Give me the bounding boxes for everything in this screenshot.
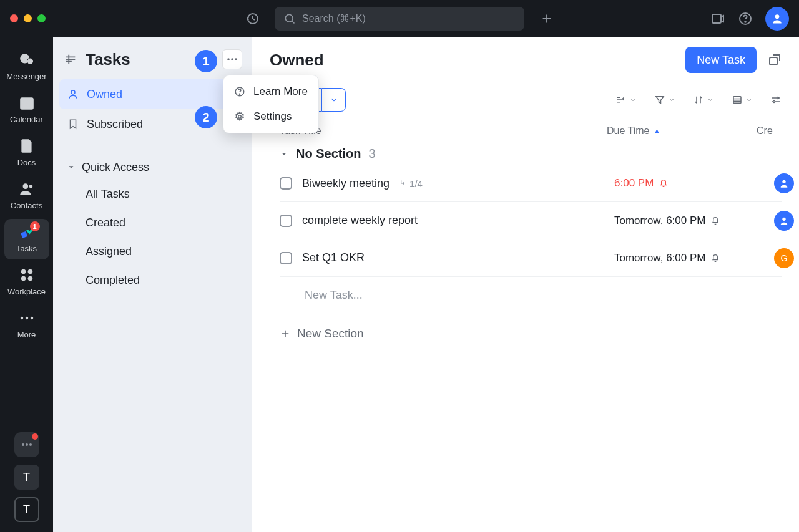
quick-access-completed[interactable]: Completed [59,266,246,294]
search-icon [283,12,296,25]
svg-point-15 [27,269,32,274]
sidebar-item-label: Subscribed [87,118,143,131]
toolbar-view-button[interactable] [732,94,753,105]
window-maximize[interactable] [37,14,46,22]
chevron-down-icon [707,96,714,104]
help-icon[interactable] [738,11,753,26]
task-checkbox[interactable] [280,215,292,227]
ctx-settings[interactable]: Settings [227,104,315,129]
task-checkbox[interactable] [280,252,292,264]
svg-rect-29 [733,97,741,104]
chevron-down-icon [745,96,753,104]
gear-icon [233,110,246,123]
context-menu: Learn More Settings [223,75,319,133]
subtask-icon [398,179,407,188]
svg-point-5 [775,14,780,19]
plus-icon [280,328,291,339]
caret-down-icon [67,163,76,172]
svg-rect-13 [21,231,27,238]
sidebar-item-tasks[interactable]: 1 Tasks [4,219,49,259]
new-task-inline[interactable]: New Task... [280,277,782,314]
svg-point-26 [235,58,237,60]
task-avatar[interactable] [774,211,794,231]
svg-point-20 [30,317,32,319]
rail-tenant-1[interactable]: T [14,465,39,490]
task-title-text: Set Q1 OKR [302,251,365,264]
svg-point-11 [22,183,28,189]
svg-point-16 [21,276,26,281]
task-avatar[interactable]: G [774,248,794,268]
docs-icon [19,138,35,154]
new-section-button[interactable]: New Section [252,314,799,341]
bell-icon [659,178,669,188]
sidebar-item-workplace[interactable]: Workplace [4,262,49,302]
toolbar-filter-button[interactable] [654,94,675,105]
toolbar-settings-button[interactable] [770,94,782,105]
chevron-down-icon [629,96,637,104]
sidebar-item-subscribed[interactable]: Subscribed [59,109,246,139]
tasks-icon: 1 [19,224,35,240]
task-title-text: complete weekly report [302,214,418,227]
column-due[interactable]: Due Time ▲ [607,125,757,137]
person-icon [67,88,79,100]
svg-point-36 [238,115,242,118]
compose-button[interactable] [539,11,554,26]
tasks-badge: 1 [30,221,40,231]
new-task-button[interactable]: New Task [685,47,757,73]
svg-point-14 [21,269,26,274]
toolbar-sort-button[interactable] [693,94,714,105]
sidebar-more-button[interactable] [222,49,242,69]
ctx-learn-more[interactable]: Learn More [227,79,315,104]
toolbar-group-button[interactable] [615,94,637,105]
calendar-icon: 13 [19,95,35,111]
rail-apps-button[interactable] [14,432,39,457]
segmented-dropdown-button[interactable] [322,88,346,112]
ctx-label: Learn More [253,85,308,98]
section-header[interactable]: No Section 3 [252,143,799,165]
rail-tenant-2[interactable]: T [14,497,39,522]
quick-access-assigned[interactable]: Assigned [59,237,246,266]
svg-point-25 [231,58,233,60]
task-checkbox[interactable] [280,177,292,190]
avatar[interactable] [765,7,789,31]
messenger-icon [19,52,35,68]
svg-point-23 [29,443,32,446]
sidebar-item-owned[interactable]: Owned [59,79,246,109]
sidebar-item-calendar[interactable]: 13 Calendar [4,90,49,130]
search-input[interactable]: Search (⌘+K) [275,7,524,31]
quick-access-created[interactable]: Created [59,208,246,237]
sidebar-item-contacts[interactable]: Contacts [4,176,49,216]
window-minimize[interactable] [24,14,32,22]
task-due: 6:00 PM [614,177,764,190]
column-creator[interactable]: Cre [757,125,782,137]
sidebar-item-more[interactable]: More [4,305,49,346]
task-due: Tomorrow, 6:00 PM [614,252,764,264]
table-row[interactable]: Set Q1 OKR Tomorrow, 6:00 PM G [280,239,782,277]
traffic-lights [10,14,46,22]
table-row[interactable]: Biweekly meeting 1/4 6:00 PM [280,165,782,202]
svg-point-31 [773,101,775,103]
history-icon[interactable] [245,11,260,26]
sidebar-apps-icon[interactable] [710,11,725,26]
svg-text:13: 13 [22,100,30,107]
quick-access-all-tasks[interactable]: All Tasks [59,180,246,208]
popout-icon[interactable] [765,51,784,69]
sidebar-item-messenger[interactable]: Messenger [4,47,49,87]
chevron-down-icon [330,95,338,104]
svg-point-12 [29,185,32,188]
bookmark-icon [67,118,79,130]
column-title[interactable]: Task Title [280,125,607,137]
section-name: No Section [296,147,361,161]
window-close[interactable] [10,14,18,22]
svg-point-4 [745,21,746,22]
svg-point-22 [26,443,28,446]
svg-point-32 [782,180,785,183]
collapse-sidebar-icon[interactable] [63,52,78,67]
table-row[interactable]: complete weekly report Tomorrow, 6:00 PM [280,202,782,239]
divider [66,147,240,147]
task-avatar[interactable] [774,173,794,193]
titlebar: Search (⌘+K) [0,0,799,37]
svg-point-8 [27,59,32,64]
sidebar-item-docs[interactable]: Docs [4,133,49,173]
quick-access-header[interactable]: Quick Access [59,155,246,180]
